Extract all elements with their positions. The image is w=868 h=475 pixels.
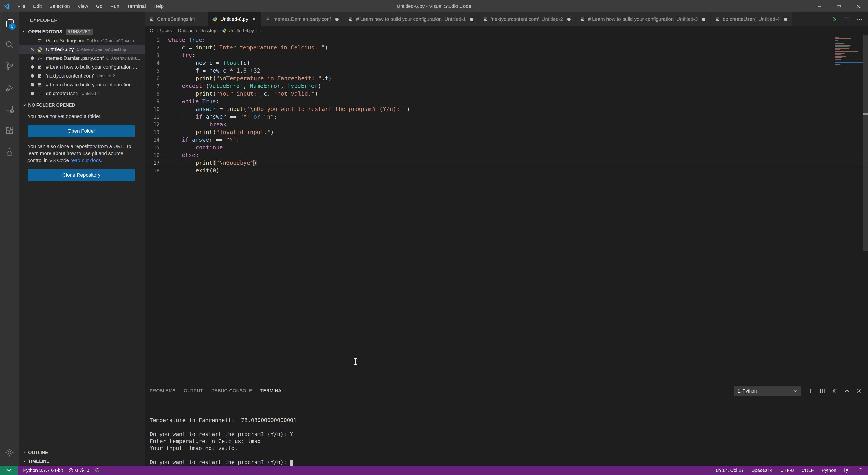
clone-repository-button[interactable]: Clone Repository <box>28 169 135 181</box>
editor-tab[interactable]: db.createUser(Untitled-4 <box>711 12 793 26</box>
python-interpreter-status[interactable]: Python 3.7.7 64-bit <box>23 468 63 473</box>
menu-view[interactable]: View <box>74 0 92 12</box>
split-terminal-button[interactable] <box>819 388 826 394</box>
open-editor-item[interactable]: GameSettings.iniC:\Users\Damian\Docum... <box>19 36 145 45</box>
eol-status[interactable]: CRLF <box>802 468 814 473</box>
restore-button[interactable] <box>829 0 848 12</box>
modified-dot[interactable] <box>566 18 571 21</box>
minimize-button[interactable] <box>810 0 829 12</box>
editor-tab[interactable]: # Learn how to build your configurationU… <box>344 12 478 26</box>
breadcrumb-segment[interactable]: Desktop <box>199 28 216 33</box>
editor-tab[interactable]: 'nextyourcontent.com'Untitled-2 <box>478 12 576 26</box>
menu-run[interactable]: Run <box>106 0 123 12</box>
modified-dot[interactable] <box>28 92 36 95</box>
encoding-status[interactable]: UTF-8 <box>780 468 794 473</box>
mouse-ibeam-cursor <box>354 358 358 365</box>
terminal-output[interactable]: Temperature in Fahrenheit: 78.0800000000… <box>145 398 868 466</box>
modified-dot[interactable] <box>783 18 788 21</box>
close-tab-icon[interactable]: ✕ <box>252 16 256 22</box>
close-panel-button[interactable] <box>856 388 862 394</box>
panel-tab-problems[interactable]: PROBLEMS <box>150 384 176 398</box>
modified-dot[interactable] <box>28 65 36 69</box>
cursor-position-status[interactable]: Ln 17, Col 27 <box>716 468 744 473</box>
modified-dot[interactable] <box>335 18 339 21</box>
open-editors-header[interactable]: OPEN EDITORS 5 UNSAVED <box>19 27 145 36</box>
open-folder-button[interactable]: Open Folder <box>28 125 135 137</box>
open-editor-item[interactable]: db.createUser(Untitled-4 <box>19 89 145 98</box>
editor-tab[interactable]: memes.Damian.party.conf <box>261 12 344 26</box>
modified-dot[interactable] <box>28 74 36 77</box>
open-editor-item[interactable]: # Learn how to build your configuration … <box>19 63 145 71</box>
modified-dot-icon <box>702 18 705 21</box>
terminal-shell-select[interactable]: 1: Python <box>735 386 801 396</box>
breadcrumb-file[interactable]: Untitled-6.py <box>228 28 254 33</box>
menu-file[interactable]: File <box>13 0 29 12</box>
activity-search-button[interactable] <box>0 34 19 55</box>
notifications-button[interactable] <box>858 467 864 473</box>
open-editor-item[interactable]: # Learn how to build your configuration … <box>19 80 145 89</box>
activity-remote-explorer-button[interactable] <box>0 98 19 120</box>
new-terminal-button[interactable] <box>807 388 813 394</box>
panel-tab-output[interactable]: OUTPUT <box>184 384 203 398</box>
activity-testing-button[interactable] <box>0 141 19 163</box>
code-editor[interactable]: 1while True:2 c = input("Enter temperatu… <box>145 35 868 384</box>
editor-tab[interactable]: Untitled-6.py✕ <box>208 12 261 26</box>
breadcrumb-tail[interactable]: ... <box>260 28 264 33</box>
editor-tab[interactable]: # Learn how to build your configurationU… <box>576 12 710 26</box>
scrollbar-thumb[interactable] <box>863 35 868 251</box>
line-number: 16 <box>145 151 160 159</box>
indentation-status[interactable]: Spaces: 4 <box>752 468 773 473</box>
close-icon[interactable]: ✕ <box>28 46 36 53</box>
outline-section-header[interactable]: OUTLINE <box>19 448 145 457</box>
breadcrumb[interactable]: C:›Users›Damian›Desktop›Untitled-6.py›..… <box>145 26 868 35</box>
live-share-status[interactable] <box>95 468 100 473</box>
modified-dot[interactable] <box>28 57 36 60</box>
run-python-file-button[interactable] <box>831 16 837 22</box>
file-name: db.createUser( <box>46 91 79 96</box>
activity-source-control-button[interactable] <box>0 55 19 77</box>
kill-terminal-button[interactable] <box>832 388 838 394</box>
close-window-button[interactable] <box>848 0 868 12</box>
editor-tab[interactable]: GameSettings.ini <box>145 12 208 26</box>
manage-gear-button[interactable] <box>0 442 19 463</box>
open-editor-item[interactable]: ✕Untitled-6.pyC:\Users\Damian\Desktop <box>19 45 145 54</box>
globe-icon <box>95 468 100 473</box>
error-icon <box>68 468 74 473</box>
problems-status[interactable]: 0 0 <box>68 468 89 473</box>
activity-run-debug-button[interactable] <box>0 77 19 98</box>
open-editor-item[interactable]: memes.Damian.party.confC:\Users\Damia... <box>19 54 145 63</box>
language-mode-status[interactable]: Python <box>822 468 836 473</box>
breadcrumb-segment[interactable]: Users <box>160 28 172 33</box>
panel-tab-debug-console[interactable]: DEBUG CONSOLE <box>211 384 252 398</box>
breadcrumb-segment[interactable]: Damian <box>178 28 194 33</box>
breadcrumb-segment[interactable]: C: <box>150 28 154 33</box>
menu-go[interactable]: Go <box>92 0 106 12</box>
line-number: 10 <box>145 105 160 113</box>
menu-selection[interactable]: Selection <box>45 0 74 12</box>
menu-terminal[interactable]: Terminal <box>123 0 150 12</box>
activity-extensions-button[interactable] <box>0 120 19 141</box>
split-editor-button[interactable] <box>844 16 850 22</box>
code-line-text: print("\nTemperature in Fahrenheit: ",f) <box>160 74 332 82</box>
modified-dot[interactable] <box>702 18 706 21</box>
timeline-section-header[interactable]: TIMELINE <box>19 457 145 466</box>
modified-dot-icon <box>31 74 34 77</box>
minimap-line <box>835 41 843 42</box>
open-editor-item[interactable]: 'nextyourcontent.com'Untitled-2 <box>19 71 145 80</box>
editor-scrollbar[interactable] <box>863 35 868 384</box>
panel-tab-terminal[interactable]: TERMINAL <box>260 384 284 398</box>
read-our-docs-link[interactable]: read our docs <box>70 158 101 163</box>
modified-dot[interactable] <box>28 83 36 86</box>
tab-label: # Learn how to build your configuration <box>356 16 442 22</box>
more-actions-button[interactable]: ⋯ <box>857 18 863 21</box>
minimap[interactable] <box>835 37 863 66</box>
activity-explorer-button[interactable]: 5 <box>0 12 19 34</box>
modified-dot[interactable] <box>469 18 474 21</box>
no-folder-header[interactable]: NO FOLDER OPENED <box>19 101 145 109</box>
maximize-panel-button[interactable] <box>844 388 850 394</box>
remote-indicator[interactable]: >< <box>0 466 18 475</box>
menu-edit[interactable]: Edit <box>29 0 45 12</box>
file-file-icon <box>36 82 43 88</box>
feedback-button[interactable] <box>844 467 850 473</box>
menu-help[interactable]: Help <box>150 0 167 12</box>
